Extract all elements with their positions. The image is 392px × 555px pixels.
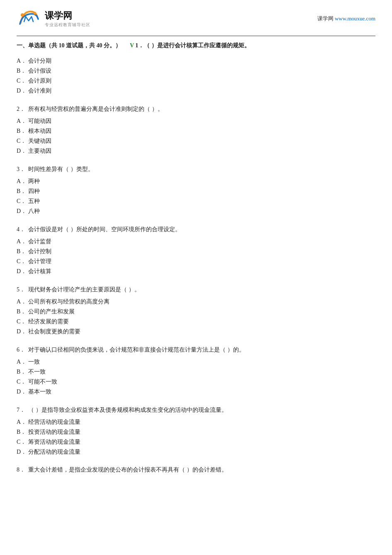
header-divider: [17, 36, 375, 36]
q1-option-c: C．会计原则: [17, 76, 375, 86]
section-title: 一、单选题（共 10 道试题，共 40 分。） V 1．（ ）是进行会计核算工作…: [17, 41, 375, 50]
logo-area: 课学网 专业远程教育辅导社区: [17, 8, 90, 29]
logo-text-area: 课学网 专业远程教育辅导社区: [45, 10, 90, 28]
svg-point-0: [21, 13, 24, 17]
question-1-options: A．会计分期 B．会计假设 C．会计原则 D．会计准则: [17, 56, 375, 95]
q1-option-b: B．会计假设: [17, 66, 375, 76]
q6-option-b: B．不一致: [17, 367, 375, 377]
q6-option-c: C．可能不一致: [17, 377, 375, 387]
q2-option-b: B．根本动因: [17, 126, 375, 136]
svg-point-1: [34, 12, 37, 15]
q2-option-d: D．主要动因: [17, 146, 375, 156]
q2-text: 2． 所有权与经营权的普遍分离是会计准则制定的（ ）。: [17, 104, 375, 114]
header: 课学网 专业远程教育辅导社区 课学网 www.mouxue.com: [17, 8, 375, 32]
q3-option-b: B．四种: [17, 186, 375, 196]
header-site-label: 课学网: [317, 15, 334, 22]
q3-text: 3． 时间性差异有（ ）类型。: [17, 164, 375, 174]
q7-option-b: B．投资活动的现金流量: [17, 427, 375, 437]
q6-option-a: A．一致: [17, 357, 375, 367]
q3-option-a: A．两种: [17, 176, 375, 186]
q8-text: 8． 重大会计差错，是指企业发现的使公布的会计报表不再具有（ ）的会计差错。: [17, 465, 375, 475]
q5-option-b: B．公司的产生和发展: [17, 307, 375, 317]
question-6: 6． 对于确认口径相同的负债来说，会计规范和非直接会计规范在计量方法上是（ ）的…: [17, 345, 375, 397]
q4-text: 4． 会计假设是对（ ）所处的时间、空间环境所作的合理设定。: [17, 225, 375, 235]
q7-option-c: C．筹资活动的现金流量: [17, 437, 375, 447]
question-5: 5． 现代财务会计理论产生的主要原因是（ ）。 A．公司所有权与经营权的高度分离…: [17, 285, 375, 337]
q5-option-a: A．公司所有权与经营权的高度分离: [17, 297, 375, 307]
question-3: 3． 时间性差异有（ ）类型。 A．两种 B．四种 C．五种 D．八种: [17, 164, 375, 216]
logo-subtitle: 专业远程教育辅导社区: [45, 22, 90, 28]
q2-option-c: C．关键动因: [17, 136, 375, 146]
q4-option-b: B．会计控制: [17, 247, 375, 257]
question-2: 2． 所有权与经营权的普遍分离是会计准则制定的（ ）。 A．可能动因 B．根本动…: [17, 104, 375, 156]
header-site-info: 课学网 www.mouxue.com: [317, 15, 375, 22]
q1-answered-mark: V: [130, 42, 134, 49]
q2-option-a: A．可能动因: [17, 116, 375, 126]
q7-option-a: A．经营活动的现金流量: [17, 417, 375, 427]
q4-option-d: D．会计核算: [17, 266, 375, 276]
question-7: 7． （ ）是指导致企业权益资本及债务规模和构成发生变化的活动中的现金流量。 A…: [17, 405, 375, 457]
q7-text: 7． （ ）是指导致企业权益资本及债务规模和构成发生变化的活动中的现金流量。: [17, 405, 375, 415]
q3-option-c: C．五种: [17, 196, 375, 206]
question-8: 8． 重大会计差错，是指企业发现的使公布的会计报表不再具有（ ）的会计差错。: [17, 465, 375, 475]
question-4: 4． 会计假设是对（ ）所处的时间、空间环境所作的合理设定。 A．会计监督 B．…: [17, 225, 375, 276]
page-container: 课学网 专业远程教育辅导社区 课学网 www.mouxue.com 一、单选题（…: [0, 0, 392, 491]
q6-option-d: D．基本一致: [17, 387, 375, 397]
q5-text: 5． 现代财务会计理论产生的主要原因是（ ）。: [17, 285, 375, 295]
q1-option-a: A．会计分期: [17, 56, 375, 66]
q5-option-d: D．社会制度更换的需要: [17, 327, 375, 337]
q4-option-a: A．会计监督: [17, 237, 375, 247]
header-site-url[interactable]: www.mouxue.com: [335, 15, 375, 22]
q3-option-d: D．八种: [17, 206, 375, 216]
q1-option-d: D．会计准则: [17, 86, 375, 96]
logo-icon: [17, 8, 41, 29]
q7-option-d: D．分配活动的现金流量: [17, 447, 375, 457]
logo-name: 课学网: [45, 10, 90, 22]
q4-option-c: C．会计管理: [17, 257, 375, 266]
q6-text: 6． 对于确认口径相同的负债来说，会计规范和非直接会计规范在计量方法上是（ ）的…: [17, 345, 375, 355]
q5-option-c: C．经济发展的需要: [17, 317, 375, 327]
